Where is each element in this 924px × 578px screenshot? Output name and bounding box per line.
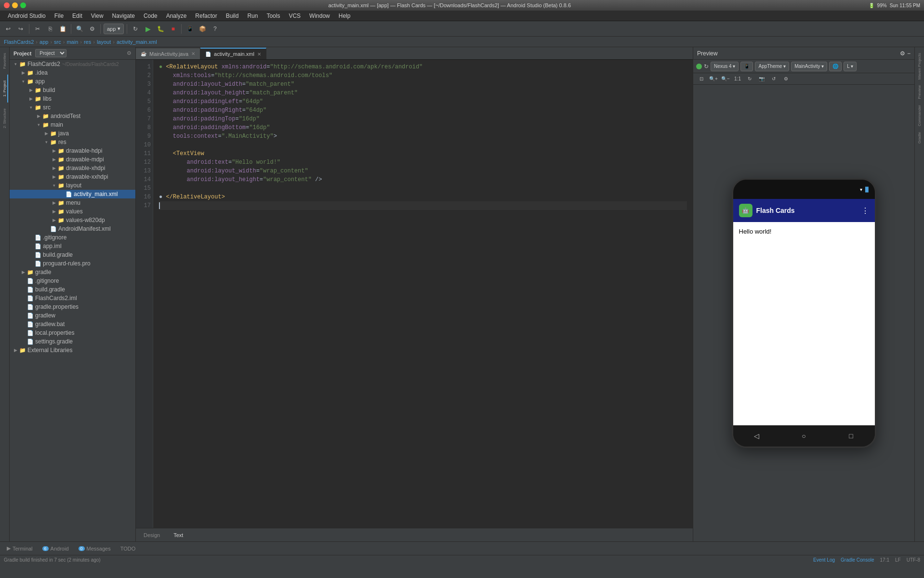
menu-navigate[interactable]: Navigate [108,12,139,20]
tree-values[interactable]: ▶ 📁 values [10,207,135,216]
tree-proguard[interactable]: 📄 proguard-rules.pro [10,259,135,268]
tree-app-iml[interactable]: 📄 app.iml [10,242,135,250]
tree-drawable-xxhdpi[interactable]: ▶ 📁 drawable-xxhdpi [10,172,135,181]
tree-drawable-hdpi[interactable]: ▶ 📁 drawable-hdpi [10,146,135,155]
tree-gitignore-app[interactable]: 📄 .gitignore [10,233,135,242]
toolbar-cut[interactable]: ✂ [32,24,43,34]
refresh-preview-button[interactable]: ↺ [768,74,779,84]
code-editor[interactable]: ● <RelativeLayout xmlns:android="http://… [153,60,693,528]
api-btn[interactable]: 📱 [740,62,753,71]
menu-android-studio[interactable]: Android Studio [4,12,50,20]
maximize-button[interactable] [20,2,26,8]
favorites-vtab[interactable]: Favorites [1,47,8,75]
phone-back-button[interactable]: ◁ [750,431,764,441]
tab-close-xml[interactable]: ✕ [257,52,261,57]
traffic-lights[interactable] [4,2,26,8]
tree-app[interactable]: ▾ 📁 app [10,77,135,86]
path-file[interactable]: activity_main.xml [117,39,157,45]
path-layout[interactable]: layout [97,39,111,45]
sdk-button[interactable]: 📦 [197,24,208,34]
zoom-actual-button[interactable]: 1:1 [732,74,743,84]
menu-view[interactable]: View [87,12,107,20]
todo-tab[interactable]: TODO [118,545,139,552]
project-vtab[interactable]: 1: Project [1,75,8,103]
run-button[interactable]: ▶ [143,24,153,34]
api-level-dropdown[interactable]: L ▾ [844,62,857,71]
toolbar-search[interactable]: 🔍 [74,24,85,34]
tree-gradle-root[interactable]: ▶ 📁 gradle [10,268,135,276]
path-res[interactable]: res [84,39,91,45]
tree-gradlew-bat[interactable]: 📄 gradlew.bat [10,320,135,328]
text-tab[interactable]: Text [170,531,187,539]
design-tab[interactable]: Design [140,531,164,539]
commander-vtab[interactable]: Commander [916,103,923,128]
tree-androidtest[interactable]: ▶ 📁 androidTest [10,112,135,120]
tab-main-activity-java[interactable]: ☕ MainActivity.java ✕ [136,48,200,59]
menu-edit[interactable]: Edit [68,12,86,20]
terminal-tab[interactable]: ▶ Terminal [4,544,36,552]
preview-refresh-icon[interactable]: ↻ [704,63,709,70]
tree-src[interactable]: ▾ 📁 src [10,103,135,112]
structure-vtab[interactable]: 2: Structure [1,103,8,134]
preview-vtab[interactable]: Preview [916,83,923,101]
sync-button[interactable]: ↻ [130,24,141,34]
tree-flashcards2-iml[interactable]: 📄 FlashCards2.iml [10,294,135,302]
path-main[interactable]: main [66,39,78,45]
preview-gear-icon[interactable]: ⚙ [900,50,905,57]
toolbar-undo[interactable]: ↩ [3,24,13,34]
menu-analyze[interactable]: Analyze [162,12,191,20]
help-toolbar-button[interactable]: ? [210,24,220,34]
sidebar-gear-icon[interactable]: ⚙ [127,50,132,56]
path-flashcards2[interactable]: FlashCards2 [4,39,34,45]
avd-button[interactable]: 📱 [185,24,195,34]
tree-res[interactable]: ▾ 📁 res [10,138,135,146]
tree-activity-main-xml[interactable]: 📄 activity_main.xml [10,190,135,198]
project-view-select[interactable]: Project Android [35,49,66,57]
tree-java[interactable]: ▶ 📁 java [10,129,135,138]
close-button[interactable] [4,2,10,8]
code-line-17[interactable] [159,201,687,210]
locale-dropdown[interactable]: 🌐 [829,62,842,71]
tab-activity-main-xml[interactable]: 📄 activity_main.xml ✕ [200,48,266,59]
menu-help[interactable]: Help [335,12,355,20]
preview-minimize-icon[interactable]: − [907,50,911,57]
menu-window[interactable]: Window [305,12,334,20]
menu-vcs[interactable]: VCS [285,12,304,20]
zoom-in-button[interactable]: 🔍+ [708,74,719,84]
tree-values-w820dp[interactable]: ▶ 📁 values-w820dp [10,216,135,224]
status-event-log[interactable]: Event Log [813,557,835,563]
screenshot-button[interactable]: 📷 [756,74,767,84]
tree-gitignore-root[interactable]: 📄 .gitignore [10,276,135,285]
tree-local-properties[interactable]: 📄 local.properties [10,328,135,337]
tree-gradle-properties[interactable]: 📄 gradle.properties [10,302,135,311]
toolbar-paste[interactable]: 📋 [57,24,68,34]
tree-settings-gradle[interactable]: 📄 settings.gradle [10,337,135,346]
path-app[interactable]: app [40,39,48,45]
tree-layout[interactable]: ▾ 📁 layout [10,181,135,190]
messages-tab[interactable]: 0 Messages [76,545,114,552]
menu-run[interactable]: Run [243,12,262,20]
tree-menu[interactable]: ▶ 📁 menu [10,198,135,207]
menu-code[interactable]: Code [140,12,161,20]
tree-gradlew[interactable]: 📄 gradlew [10,311,135,320]
status-gradle-console[interactable]: Gradle Console [841,557,874,563]
menu-refactor[interactable]: Refactor [191,12,221,20]
tab-close-java[interactable]: ✕ [191,51,195,56]
menu-tools[interactable]: Tools [263,12,284,20]
zoom-fit-button[interactable]: ⊡ [696,74,707,84]
build-variant-dropdown[interactable]: app ▾ [104,24,124,34]
preview-settings-button[interactable]: ⚙ [780,74,791,84]
tree-build-gradle-app[interactable]: 📄 build.gradle [10,250,135,259]
maven-projects-vtab[interactable]: Maven Projects [916,51,923,81]
zoom-out-button[interactable]: 🔍− [720,74,731,84]
toolbar-settings[interactable]: ⚙ [87,24,97,34]
tree-build-app[interactable]: ▶ 📁 build [10,86,135,94]
toolbar-redo[interactable]: ↪ [15,24,26,34]
tree-idea[interactable]: ▶ 📁 .idea [10,68,135,77]
phone-recent-button[interactable]: □ [844,431,858,441]
gradle-vtab[interactable]: Gradle [916,130,923,145]
debug-button[interactable]: 🐛 [155,24,166,34]
menu-file[interactable]: File [51,12,67,20]
tree-main[interactable]: ▾ 📁 main [10,120,135,129]
minimize-button[interactable] [12,2,18,8]
